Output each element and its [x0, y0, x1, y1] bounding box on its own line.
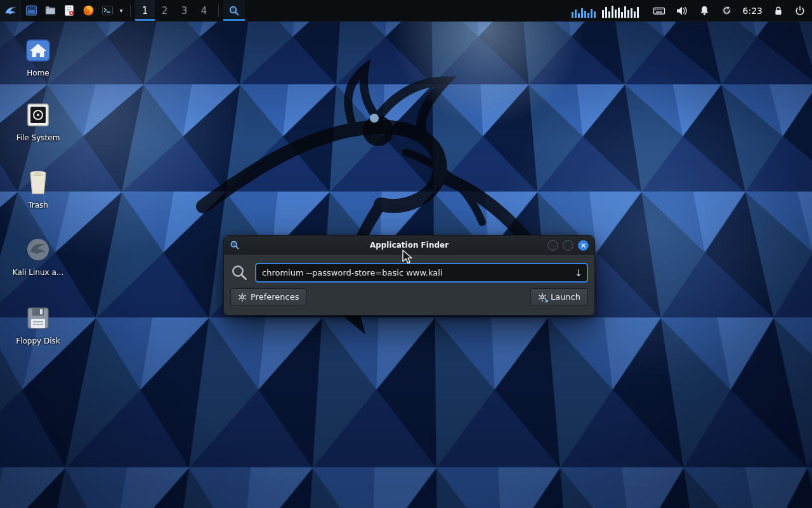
logout-power-icon[interactable] — [794, 5, 806, 17]
floppy-disk-icon — [25, 304, 51, 333]
launch-label: Launch — [551, 292, 580, 302]
minimize-button[interactable] — [547, 240, 558, 251]
desktop-icon-kali-linux[interactable]: Kali Linux a... — [4, 235, 72, 277]
application-finder-window: Application Finder × ↓ — [223, 235, 595, 316]
workspace-button-1[interactable]: 1 — [135, 0, 155, 21]
panel-separator — [130, 4, 131, 17]
desktop-icon-label: File System — [16, 133, 60, 142]
panel-left-cluster: ▾ 1 2 3 4 — [0, 0, 245, 21]
audio-visualizer-icon[interactable] — [572, 4, 643, 18]
keyboard-layout-icon[interactable] — [653, 4, 665, 17]
file-manager-launcher[interactable] — [22, 0, 41, 21]
file-manager-icon — [25, 4, 37, 17]
entry-dropdown-arrow[interactable]: ↓ — [570, 267, 587, 279]
update-indicator-icon[interactable] — [721, 4, 733, 17]
lock-screen-icon[interactable] — [773, 5, 784, 17]
command-input[interactable] — [262, 268, 570, 277]
home-icon — [24, 36, 52, 65]
kali-docs-icon — [25, 235, 51, 264]
search-row: ↓ — [224, 255, 594, 283]
text-editor-launcher[interactable] — [60, 0, 79, 21]
firefox-icon — [82, 4, 95, 17]
notifications-bell-icon[interactable] — [698, 4, 710, 17]
close-button[interactable]: × — [578, 240, 589, 251]
caret-down-icon: ▾ — [119, 7, 122, 14]
window-titlebar[interactable]: Application Finder × — [224, 236, 594, 255]
preferences-label: Preferences — [251, 292, 299, 302]
terminal-launcher[interactable] — [98, 0, 117, 21]
desktop-icon-label: Trash — [28, 201, 48, 210]
panel-clock[interactable]: 6:23 — [743, 6, 763, 16]
action-row: Preferences Launch — [224, 283, 594, 305]
panel-separator — [218, 4, 219, 17]
window-magnifier-icon — [230, 240, 240, 250]
command-entry: ↓ — [255, 263, 588, 283]
launch-icon — [538, 293, 547, 302]
desktop-icon-label: Home — [27, 69, 49, 77]
applications-menu-button[interactable] — [0, 0, 22, 21]
window-buttons: × — [547, 240, 589, 251]
volume-icon[interactable] — [676, 4, 688, 17]
kali-logo-icon — [4, 4, 18, 18]
taskbar-application-finder[interactable] — [223, 0, 245, 21]
firefox-launcher[interactable] — [79, 0, 98, 21]
preferences-button[interactable]: Preferences — [230, 288, 306, 305]
folder-icon — [44, 4, 56, 17]
desktop-icon-label: Kali Linux a... — [13, 268, 63, 277]
search-icon — [231, 264, 248, 281]
desktop-icon-file-system[interactable]: File System — [4, 100, 72, 142]
launch-button[interactable]: Launch — [530, 288, 588, 305]
magnifier-icon — [228, 5, 240, 17]
maximize-button[interactable] — [563, 240, 573, 251]
text-editor-icon — [63, 4, 75, 17]
gear-icon — [238, 293, 247, 302]
file-system-icon — [25, 100, 51, 130]
workspace-button-2[interactable]: 2 — [155, 0, 174, 21]
desktop-icon-label: Floppy Disk — [16, 337, 60, 345]
panel-right-cluster: 6:23 — [572, 0, 812, 21]
desktop-icon-floppy-disk[interactable]: Floppy Disk — [4, 304, 72, 345]
files-launcher[interactable] — [41, 0, 60, 21]
trash-icon — [25, 168, 51, 197]
terminal-icon — [102, 4, 114, 17]
window-title: Application Finder — [224, 241, 594, 250]
terminal-dropdown-caret[interactable]: ▾ — [117, 0, 126, 21]
workspace-button-4[interactable]: 4 — [194, 0, 214, 21]
top-panel: ▾ 1 2 3 4 — [0, 0, 812, 22]
desktop-icon-trash[interactable]: Trash — [4, 168, 72, 210]
desktop-icon-home[interactable]: Home — [4, 36, 72, 77]
workspace-button-3[interactable]: 3 — [174, 0, 194, 21]
